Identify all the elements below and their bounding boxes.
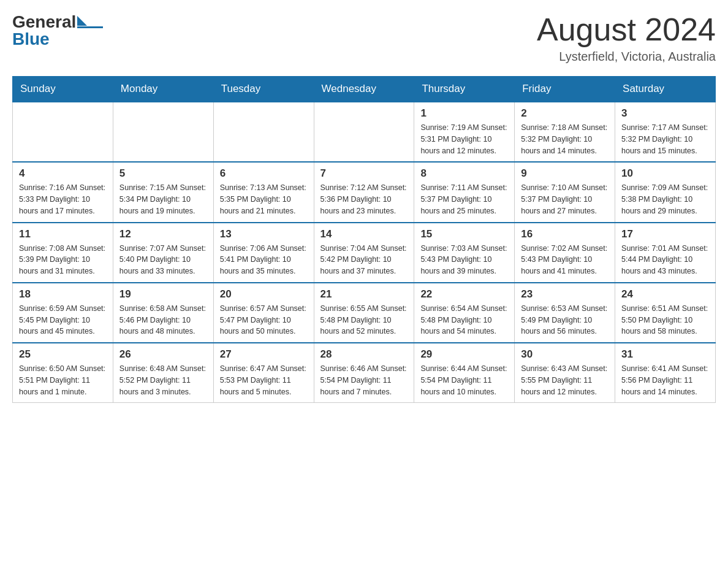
calendar-day-cell: 31Sunrise: 6:41 AM Sunset: 5:56 PM Dayli… xyxy=(615,343,716,403)
calendar-table: SundayMondayTuesdayWednesdayThursdayFrid… xyxy=(12,76,716,403)
calendar-day-cell: 16Sunrise: 7:02 AM Sunset: 5:43 PM Dayli… xyxy=(515,223,615,283)
day-info: Sunrise: 7:16 AM Sunset: 5:33 PM Dayligh… xyxy=(19,182,107,216)
day-number: 25 xyxy=(19,348,107,361)
day-info: Sunrise: 7:11 AM Sunset: 5:37 PM Dayligh… xyxy=(420,182,508,216)
day-info: Sunrise: 7:10 AM Sunset: 5:37 PM Dayligh… xyxy=(521,182,609,216)
calendar-day-cell xyxy=(314,102,414,162)
day-info: Sunrise: 6:50 AM Sunset: 5:51 PM Dayligh… xyxy=(19,363,107,397)
day-info: Sunrise: 6:44 AM Sunset: 5:54 PM Dayligh… xyxy=(420,363,508,397)
day-number: 8 xyxy=(420,167,508,180)
day-number: 30 xyxy=(521,348,609,361)
calendar-day-cell: 5Sunrise: 7:15 AM Sunset: 5:34 PM Daylig… xyxy=(113,162,213,222)
calendar-day-cell: 12Sunrise: 7:07 AM Sunset: 5:40 PM Dayli… xyxy=(113,223,213,283)
calendar-week-row: 18Sunrise: 6:59 AM Sunset: 5:45 PM Dayli… xyxy=(13,283,716,343)
day-info: Sunrise: 7:01 AM Sunset: 5:44 PM Dayligh… xyxy=(621,243,709,277)
day-info: Sunrise: 7:03 AM Sunset: 5:43 PM Dayligh… xyxy=(420,243,508,277)
calendar-day-cell: 7Sunrise: 7:12 AM Sunset: 5:36 PM Daylig… xyxy=(314,162,414,222)
day-info: Sunrise: 6:46 AM Sunset: 5:54 PM Dayligh… xyxy=(320,363,408,397)
calendar-day-cell: 23Sunrise: 6:53 AM Sunset: 5:49 PM Dayli… xyxy=(515,283,615,343)
logo: General Blue xyxy=(12,12,103,49)
calendar-day-cell xyxy=(113,102,213,162)
day-number: 16 xyxy=(521,228,609,240)
day-info: Sunrise: 6:41 AM Sunset: 5:56 PM Dayligh… xyxy=(621,363,709,397)
day-number: 28 xyxy=(320,348,408,361)
day-number: 5 xyxy=(119,167,207,180)
calendar-day-cell: 24Sunrise: 6:51 AM Sunset: 5:50 PM Dayli… xyxy=(615,283,716,343)
day-number: 29 xyxy=(420,348,508,361)
day-number: 14 xyxy=(320,228,408,240)
calendar-day-cell: 9Sunrise: 7:10 AM Sunset: 5:37 PM Daylig… xyxy=(515,162,615,222)
calendar-day-cell: 4Sunrise: 7:16 AM Sunset: 5:33 PM Daylig… xyxy=(13,162,113,222)
calendar-header-friday: Friday xyxy=(515,77,615,102)
day-number: 27 xyxy=(220,348,308,361)
calendar-day-cell: 26Sunrise: 6:48 AM Sunset: 5:52 PM Dayli… xyxy=(113,343,213,403)
calendar-header-sunday: Sunday xyxy=(13,77,113,102)
calendar-day-cell: 3Sunrise: 7:17 AM Sunset: 5:32 PM Daylig… xyxy=(615,102,716,162)
calendar-day-cell: 20Sunrise: 6:57 AM Sunset: 5:47 PM Dayli… xyxy=(213,283,314,343)
calendar-header-wednesday: Wednesday xyxy=(314,77,414,102)
calendar-header-monday: Monday xyxy=(113,77,213,102)
day-number: 11 xyxy=(19,228,107,240)
calendar-day-cell: 2Sunrise: 7:18 AM Sunset: 5:32 PM Daylig… xyxy=(515,102,615,162)
calendar-week-row: 1Sunrise: 7:19 AM Sunset: 5:31 PM Daylig… xyxy=(13,102,716,162)
day-info: Sunrise: 6:59 AM Sunset: 5:45 PM Dayligh… xyxy=(19,303,107,337)
day-info: Sunrise: 7:17 AM Sunset: 5:32 PM Dayligh… xyxy=(621,122,709,156)
page-header: General Blue August 2024 Lysterfield, Vi… xyxy=(12,12,716,64)
day-info: Sunrise: 6:58 AM Sunset: 5:46 PM Dayligh… xyxy=(119,303,207,337)
day-number: 6 xyxy=(220,167,308,180)
calendar-day-cell: 6Sunrise: 7:13 AM Sunset: 5:35 PM Daylig… xyxy=(213,162,314,222)
day-info: Sunrise: 6:53 AM Sunset: 5:49 PM Dayligh… xyxy=(521,303,609,337)
title-section: August 2024 Lysterfield, Victoria, Austr… xyxy=(537,12,716,64)
calendar-day-cell: 30Sunrise: 6:43 AM Sunset: 5:55 PM Dayli… xyxy=(515,343,615,403)
day-number: 7 xyxy=(320,167,408,180)
calendar-day-cell xyxy=(13,102,113,162)
calendar-day-cell: 15Sunrise: 7:03 AM Sunset: 5:43 PM Dayli… xyxy=(414,223,515,283)
calendar-day-cell: 21Sunrise: 6:55 AM Sunset: 5:48 PM Dayli… xyxy=(314,283,414,343)
day-info: Sunrise: 7:07 AM Sunset: 5:40 PM Dayligh… xyxy=(119,243,207,277)
day-info: Sunrise: 7:06 AM Sunset: 5:41 PM Dayligh… xyxy=(220,243,308,277)
day-info: Sunrise: 6:43 AM Sunset: 5:55 PM Dayligh… xyxy=(521,363,609,397)
day-info: Sunrise: 6:47 AM Sunset: 5:53 PM Dayligh… xyxy=(220,363,308,397)
day-info: Sunrise: 7:02 AM Sunset: 5:43 PM Dayligh… xyxy=(521,243,609,277)
calendar-day-cell: 29Sunrise: 6:44 AM Sunset: 5:54 PM Dayli… xyxy=(414,343,515,403)
calendar-week-row: 11Sunrise: 7:08 AM Sunset: 5:39 PM Dayli… xyxy=(13,223,716,283)
calendar-day-cell: 25Sunrise: 6:50 AM Sunset: 5:51 PM Dayli… xyxy=(13,343,113,403)
calendar-header-thursday: Thursday xyxy=(414,77,515,102)
day-number: 18 xyxy=(19,288,107,301)
day-number: 10 xyxy=(621,167,709,180)
day-number: 2 xyxy=(521,107,609,120)
day-info: Sunrise: 6:57 AM Sunset: 5:47 PM Dayligh… xyxy=(220,303,308,337)
calendar-week-row: 4Sunrise: 7:16 AM Sunset: 5:33 PM Daylig… xyxy=(13,162,716,222)
day-info: Sunrise: 7:15 AM Sunset: 5:34 PM Dayligh… xyxy=(119,182,207,216)
day-number: 22 xyxy=(420,288,508,301)
calendar-day-cell: 18Sunrise: 6:59 AM Sunset: 5:45 PM Dayli… xyxy=(13,283,113,343)
day-info: Sunrise: 6:55 AM Sunset: 5:48 PM Dayligh… xyxy=(320,303,408,337)
calendar-day-cell: 13Sunrise: 7:06 AM Sunset: 5:41 PM Dayli… xyxy=(213,223,314,283)
day-number: 17 xyxy=(621,228,709,240)
calendar-day-cell: 10Sunrise: 7:09 AM Sunset: 5:38 PM Dayli… xyxy=(615,162,716,222)
day-number: 19 xyxy=(119,288,207,301)
day-info: Sunrise: 7:08 AM Sunset: 5:39 PM Dayligh… xyxy=(19,243,107,277)
calendar-day-cell: 27Sunrise: 6:47 AM Sunset: 5:53 PM Dayli… xyxy=(213,343,314,403)
day-info: Sunrise: 7:04 AM Sunset: 5:42 PM Dayligh… xyxy=(320,243,408,277)
calendar-day-cell: 8Sunrise: 7:11 AM Sunset: 5:37 PM Daylig… xyxy=(414,162,515,222)
calendar-day-cell: 14Sunrise: 7:04 AM Sunset: 5:42 PM Dayli… xyxy=(314,223,414,283)
day-number: 20 xyxy=(220,288,308,301)
calendar-header-row: SundayMondayTuesdayWednesdayThursdayFrid… xyxy=(13,77,716,102)
calendar-day-cell: 1Sunrise: 7:19 AM Sunset: 5:31 PM Daylig… xyxy=(414,102,515,162)
day-number: 13 xyxy=(220,228,308,240)
day-number: 31 xyxy=(621,348,709,361)
day-number: 12 xyxy=(119,228,207,240)
calendar-day-cell: 22Sunrise: 6:54 AM Sunset: 5:48 PM Dayli… xyxy=(414,283,515,343)
calendar-header-tuesday: Tuesday xyxy=(213,77,314,102)
day-info: Sunrise: 6:48 AM Sunset: 5:52 PM Dayligh… xyxy=(119,363,207,397)
day-number: 15 xyxy=(420,228,508,240)
calendar-day-cell xyxy=(213,102,314,162)
day-info: Sunrise: 6:51 AM Sunset: 5:50 PM Dayligh… xyxy=(621,303,709,337)
day-info: Sunrise: 7:13 AM Sunset: 5:35 PM Dayligh… xyxy=(220,182,308,216)
calendar-day-cell: 28Sunrise: 6:46 AM Sunset: 5:54 PM Dayli… xyxy=(314,343,414,403)
day-info: Sunrise: 6:54 AM Sunset: 5:48 PM Dayligh… xyxy=(420,303,508,337)
day-info: Sunrise: 7:09 AM Sunset: 5:38 PM Dayligh… xyxy=(621,182,709,216)
location-title: Lysterfield, Victoria, Australia xyxy=(537,50,716,64)
calendar-day-cell: 17Sunrise: 7:01 AM Sunset: 5:44 PM Dayli… xyxy=(615,223,716,283)
